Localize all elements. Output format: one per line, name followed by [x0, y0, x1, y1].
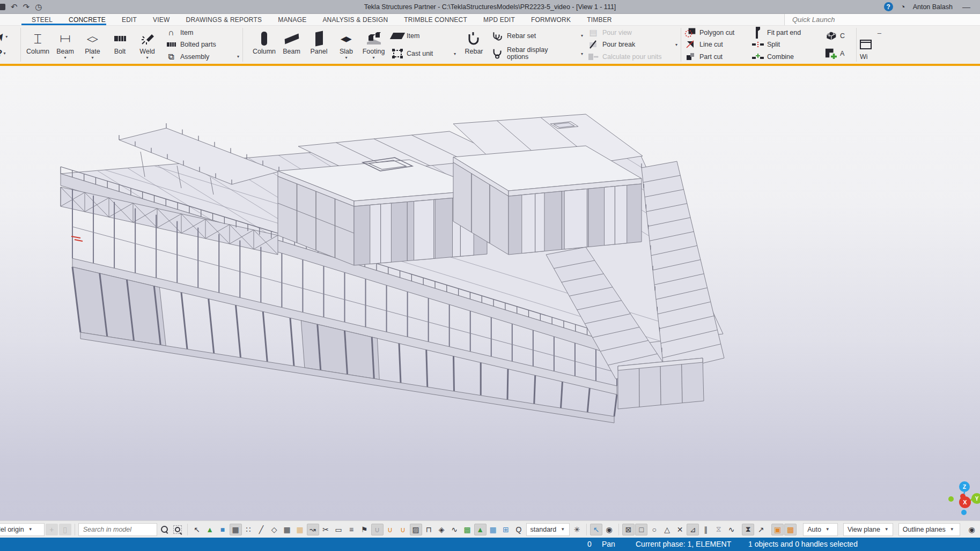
auto-select[interactable]: Auto ▼ — [803, 523, 838, 536]
green-cone-dot-icon[interactable]: ▲ — [474, 524, 487, 535]
rebar-grey-icon[interactable]: ∪ — [371, 524, 384, 535]
orange-plane-dashed-icon[interactable]: ▩ — [784, 524, 797, 535]
pour-break-button[interactable]: Pour break ▾ — [587, 39, 677, 50]
quick-launch[interactable] — [784, 14, 980, 25]
blue-squares-icon[interactable]: ⊞ — [500, 524, 512, 535]
bolt-button[interactable]: Bolt — [106, 27, 134, 62]
grid-faded-icon[interactable]: ▦ — [294, 524, 306, 535]
quick-launch-input[interactable] — [791, 15, 954, 24]
snap-cone-icon[interactable]: ▲ — [204, 524, 216, 535]
chamfer-button[interactable]: C — [825, 30, 853, 41]
snap-parallel-icon[interactable]: ∥ — [699, 524, 712, 535]
user-account[interactable]: Anton Balash — [913, 3, 953, 11]
eye-icon[interactable]: ◉ — [603, 524, 615, 535]
model-origin-select[interactable]: del origin ▼ — [0, 523, 45, 536]
tab-edit[interactable]: EDIT — [114, 14, 145, 25]
area-select-icon[interactable]: ■ — [217, 524, 229, 535]
footing-button[interactable]: Footing ▾ — [360, 27, 387, 62]
polygon-cut-button[interactable]: Polygon cut — [684, 27, 748, 39]
rebar-set-button[interactable]: Rebar set ▾ — [492, 30, 583, 41]
snap-zigzag-icon[interactable]: ∿ — [725, 524, 738, 535]
model-search-input[interactable] — [82, 525, 153, 534]
snap-circle-icon[interactable]: ○ — [648, 524, 660, 535]
inquire-tool-button[interactable]: ? ▾ — [0, 48, 19, 59]
minimize-button[interactable]: — — [960, 2, 972, 11]
combine-button[interactable]: Combine — [752, 51, 821, 62]
select-cursor-icon[interactable]: ↖ — [191, 524, 203, 535]
reference-flag-icon[interactable]: ⚑ — [358, 524, 371, 535]
curve-icon[interactable]: ∿ — [448, 524, 461, 535]
orange-plane-icon[interactable]: ▣ — [771, 524, 784, 535]
delete-point-button[interactable]: ▯ — [59, 524, 71, 535]
add-point-button[interactable]: + — [46, 524, 58, 535]
snap-perpendicular-icon[interactable]: ⊿ — [687, 524, 699, 535]
line-cut-button[interactable]: Line cut — [684, 39, 748, 50]
concrete-panel-button[interactable]: Panel — [305, 27, 333, 62]
window-select-icon[interactable]: ▭ — [333, 524, 345, 535]
snowflake-icon[interactable]: ✳ — [571, 524, 583, 535]
concrete-column-button[interactable]: Column — [250, 27, 278, 62]
green-grid-icon[interactable]: ▩ — [461, 524, 474, 535]
concrete-item-button[interactable]: Item — [392, 30, 456, 41]
steel-item-button[interactable]: ∩ Item — [165, 27, 239, 39]
snap-dashed-icon[interactable]: ⧖ — [712, 524, 725, 535]
blue-grid-icon[interactable]: ▦ — [487, 524, 499, 535]
snap-endpoint-icon[interactable]: ⊠ — [622, 524, 635, 535]
cast-unit-button[interactable]: Cast unit ▾ — [392, 48, 456, 59]
add-part-button[interactable]: A — [825, 48, 853, 59]
snap-triangle-icon[interactable]: △ — [661, 524, 673, 535]
smart-cursor-icon[interactable]: ↖ — [590, 524, 602, 535]
weld-button[interactable]: Weld ▾ — [134, 27, 161, 62]
minus-icon[interactable]: – — [878, 29, 881, 37]
search-in-box-icon[interactable] — [172, 524, 184, 535]
snap-square-icon[interactable]: □ — [635, 524, 647, 535]
tab-analysis-design[interactable]: ANALYSIS & DESIGN — [314, 14, 396, 25]
levels-icon[interactable]: ≡ — [345, 524, 358, 535]
snap-grid-icon[interactable]: ▦ — [230, 524, 242, 535]
tab-trimble-connect[interactable]: TRIMBLE CONNECT — [396, 14, 475, 25]
help-icon[interactable]: ? — [884, 2, 893, 11]
snap-solid-icon[interactable]: ◇ — [268, 524, 281, 535]
outline-planes-select[interactable]: Outline planes ▼ — [898, 523, 960, 536]
tab-view[interactable]: VIEW — [145, 14, 178, 25]
steel-beam-button[interactable]: ⌶ Beam ▾ — [51, 27, 79, 62]
steel-column-button[interactable]: ⌶ Column — [24, 27, 51, 62]
diamond-view-icon[interactable]: ◈ — [436, 524, 448, 535]
model-search[interactable] — [78, 523, 157, 536]
concrete-slab-button[interactable]: ◆ Slab ▾ — [333, 27, 360, 62]
snap-cross-icon[interactable]: ✕ — [674, 524, 686, 535]
view-plane-select[interactable]: View plane ▼ — [843, 523, 893, 536]
rebar-display-options-button[interactable]: Rebar display options ▾ — [492, 48, 583, 59]
concrete-beam-button[interactable]: Beam — [278, 27, 305, 62]
fit-part-end-button[interactable]: Fit part end — [752, 27, 821, 39]
tab-manage[interactable]: MANAGE — [270, 14, 314, 25]
rebar-orange-alt-icon[interactable]: ∪ — [397, 524, 409, 535]
arrow-up-right-icon[interactable]: ↗ — [755, 524, 767, 535]
frame-icon[interactable]: ⊓ — [423, 524, 435, 535]
split-button[interactable]: Split — [752, 39, 821, 50]
snap-standard-select[interactable]: standard ▼ — [526, 523, 570, 536]
pour-view-button[interactable]: ▤ Pour view — [587, 27, 677, 39]
tab-mpd-edit[interactable]: MPD EDIT — [475, 14, 523, 25]
drag-handle-icon[interactable]: ↝ — [307, 524, 319, 535]
rebar-orange-icon[interactable]: ∪ — [384, 524, 396, 535]
stopwatch-icon[interactable]: ◔ — [901, 2, 905, 11]
tab-formwork[interactable]: FORMWORK — [523, 14, 579, 25]
tab-drawings-reports[interactable]: DRAWINGS & REPORTS — [178, 14, 270, 25]
bolted-parts-button[interactable]: Bolted parts — [165, 39, 239, 50]
hourglass-icon[interactable]: ⧗ — [742, 524, 754, 535]
rebar-button[interactable]: Rebar — [460, 27, 488, 62]
model-viewport[interactable]: Z Y X — [0, 66, 980, 520]
grid-icon[interactable]: ▦ — [281, 524, 293, 535]
snap-points-icon[interactable]: ∷ — [242, 524, 255, 535]
window-partial-button[interactable] — [860, 39, 881, 50]
assembly-button[interactable]: ⧉ Assembly ▾ — [165, 51, 239, 62]
tab-timber[interactable]: TIMBER — [579, 14, 620, 25]
search-icon[interactable] — [158, 524, 171, 535]
rotate-q-icon[interactable]: Q — [513, 524, 525, 535]
calculate-pour-units-button[interactable]: Calculate pour units — [587, 51, 677, 62]
panel-dark-icon[interactable]: ▨ — [410, 524, 422, 535]
select-tool-button[interactable]: ➤ ▾ — [0, 31, 19, 42]
visibility-eye-icon[interactable]: ◉ — [966, 524, 978, 535]
steel-plate-button[interactable]: ◇ Plate ▾ — [79, 27, 106, 62]
